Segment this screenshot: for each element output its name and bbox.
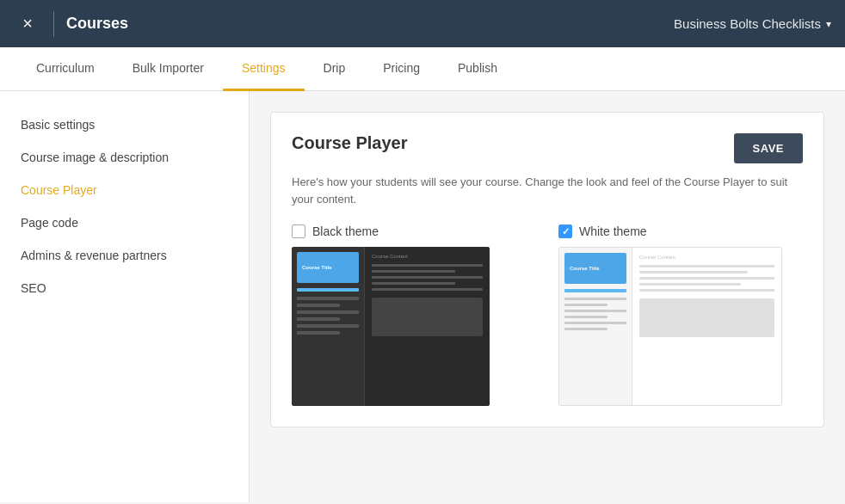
white-theme-label: White theme [579, 224, 647, 238]
white-theme-checkbox-row: White theme [558, 224, 799, 238]
dropdown-arrow-icon: ▾ [826, 18, 831, 30]
black-content-line-4 [372, 282, 455, 285]
black-sidebar-line-4 [297, 317, 340, 321]
black-preview-course-title: Course Title [302, 265, 332, 270]
white-sidebar-line-2 [564, 304, 608, 306]
white-theme-content: Course Content [632, 248, 781, 405]
tab-publish[interactable]: Publish [439, 47, 516, 91]
tab-bulk-importer[interactable]: Bulk Importer [114, 47, 223, 91]
black-content-line-1 [372, 264, 483, 267]
white-sidebar-line-5 [564, 322, 626, 324]
card-description: Here's how your students will see your c… [292, 174, 803, 207]
close-button[interactable]: × [14, 10, 41, 38]
white-content-line-5 [639, 289, 774, 292]
white-theme-checkbox[interactable] [558, 224, 572, 238]
white-preview-header: Course Title [564, 253, 626, 284]
black-content-title: Course Content [372, 254, 483, 259]
course-name-label: Business Bolts Checklists [674, 16, 821, 31]
black-content-line-5 [372, 288, 483, 291]
card-title: Course Player [292, 133, 408, 153]
white-sidebar-line-4 [564, 316, 608, 318]
black-sidebar-line-5 [297, 324, 359, 328]
white-content-line-4 [639, 283, 741, 286]
black-theme-checkbox-row: Black theme [292, 224, 533, 238]
app-title: Courses [66, 15, 674, 33]
black-preview-header: Course Title [297, 252, 359, 283]
content-area: Course Player SAVE Here's how your stude… [250, 91, 845, 502]
course-title-dropdown[interactable]: Business Bolts Checklists ▾ [674, 16, 831, 31]
white-theme-option: White theme Course Title [558, 224, 799, 406]
sidebar-item-seo[interactable]: SEO [0, 272, 249, 304]
top-bar: × Courses Business Bolts Checklists ▾ [0, 0, 845, 47]
tab-bar: Curriculum Bulk Importer Settings Drip P… [0, 47, 845, 91]
sidebar-item-admins[interactable]: Admins & revenue partners [0, 239, 249, 272]
black-theme-checkbox[interactable] [292, 224, 305, 238]
white-content-title: Course Content [639, 255, 774, 260]
sidebar-item-course-image[interactable]: Course image & description [0, 141, 249, 174]
white-preview-course-title: Course Title [570, 266, 600, 271]
sidebar-item-basic-settings[interactable]: Basic settings [0, 108, 249, 141]
white-content-line-3 [639, 277, 774, 280]
black-theme-sidebar: Course Title [292, 247, 365, 406]
black-theme-content: Course Content [365, 247, 490, 406]
black-theme-option: Black theme Course Title [292, 224, 533, 406]
sidebar-item-page-code[interactable]: Page code [0, 206, 249, 239]
black-sidebar-line-6 [297, 331, 340, 335]
black-theme-label: Black theme [312, 224, 379, 238]
black-theme-preview: Course Title Course Content [292, 247, 490, 406]
theme-options: Black theme Course Title [292, 224, 803, 406]
save-button[interactable]: SAVE [734, 133, 803, 163]
card-header: Course Player SAVE [292, 133, 803, 163]
main-layout: Basic settings Course image & descriptio… [0, 91, 845, 502]
divider [53, 11, 54, 37]
black-sidebar-line-1 [297, 297, 359, 300]
course-player-card: Course Player SAVE Here's how your stude… [270, 112, 824, 427]
sidebar-item-course-player[interactable]: Course Player [0, 174, 249, 206]
black-sidebar-line-2 [297, 304, 340, 307]
black-content-video [372, 298, 483, 336]
white-theme-sidebar: Course Title [559, 248, 632, 405]
black-content-line-2 [372, 270, 455, 273]
black-preview-divider [297, 288, 359, 292]
black-sidebar-line-3 [297, 310, 359, 314]
white-theme-preview: Course Title Course Content [558, 247, 782, 406]
tab-curriculum[interactable]: Curriculum [17, 47, 114, 91]
white-sidebar-line-3 [564, 310, 626, 312]
tab-settings[interactable]: Settings [223, 47, 305, 91]
white-preview-divider [564, 289, 626, 292]
black-content-line-3 [372, 276, 483, 279]
white-sidebar-line-6 [564, 328, 608, 330]
white-content-line-2 [639, 271, 748, 274]
tab-pricing[interactable]: Pricing [364, 47, 439, 91]
white-sidebar-line-1 [564, 298, 626, 300]
sidebar: Basic settings Course image & descriptio… [0, 91, 250, 502]
tab-drip[interactable]: Drip [305, 47, 365, 91]
white-content-video [639, 298, 774, 337]
white-content-line-1 [639, 265, 774, 267]
